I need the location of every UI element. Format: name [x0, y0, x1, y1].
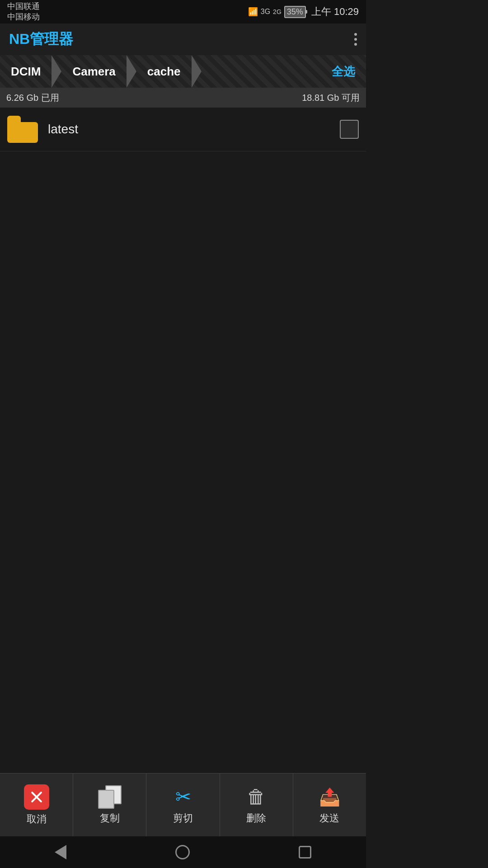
back-icon — [55, 845, 66, 859]
select-all-button[interactable]: 全选 — [321, 64, 366, 80]
folder-icon — [7, 116, 39, 143]
delete-button[interactable]: 🗑 删除 — [220, 774, 293, 836]
folder-body — [7, 122, 38, 143]
breadcrumb-cache[interactable]: cache — [136, 55, 202, 88]
dot2 — [354, 38, 357, 41]
dot1 — [354, 33, 357, 36]
breadcrumb-dcim[interactable]: DCIM — [0, 55, 61, 88]
storage-info-bar: 6.26 Gb 已用 18.81 Gb 可用 — [0, 88, 366, 108]
breadcrumb-camera[interactable]: Camera — [61, 55, 136, 88]
battery-indicator: 35% — [284, 6, 306, 18]
system-nav-bar — [0, 836, 366, 868]
signal2-icon: 2G — [273, 8, 282, 15]
copy-label: 复制 — [100, 811, 120, 825]
file-checkbox[interactable] — [340, 120, 359, 139]
home-button[interactable] — [175, 845, 190, 859]
cancel-icon — [24, 784, 49, 810]
signal-icon: 3G — [261, 8, 270, 16]
home-icon — [175, 845, 190, 859]
back-button[interactable] — [55, 845, 66, 859]
app-title: NB管理器 — [9, 29, 73, 49]
cut-button[interactable]: ✂ 剪切 — [146, 774, 220, 836]
cancel-button[interactable]: 取消 — [0, 774, 73, 836]
title-bar: NB管理器 — [0, 24, 366, 55]
file-list: latest — [0, 108, 366, 151]
wifi-icon: 📶 — [248, 7, 258, 17]
send-icon: 📤 — [318, 785, 341, 809]
arrow-dcim — [52, 55, 61, 88]
more-menu-button[interactable] — [354, 33, 357, 46]
cancel-label: 取消 — [27, 812, 47, 826]
file-name: latest — [48, 122, 340, 137]
time-display: 上午 10:29 — [311, 5, 359, 19]
arrow-camera — [127, 55, 136, 88]
breadcrumb-dcim-label[interactable]: DCIM — [0, 65, 52, 79]
dot3 — [354, 43, 357, 46]
recents-icon — [299, 846, 311, 859]
carrier-info: 中国联通 中国移动 — [7, 1, 40, 23]
storage-used: 6.26 Gb 已用 — [6, 92, 59, 104]
bottom-toolbar: 取消 复制 ✂ 剪切 🗑 删除 📤 发送 — [0, 773, 366, 836]
arrow-cache — [192, 55, 202, 88]
breadcrumb-cache-label[interactable]: cache — [136, 65, 192, 79]
send-button[interactable]: 📤 发送 — [293, 774, 366, 836]
status-icons: 📶 3G 2G 35% 上午 10:29 — [248, 5, 359, 19]
cut-icon: ✂ — [171, 785, 195, 809]
status-bar: 中国联通 中国移动 📶 3G 2G 35% 上午 10:29 — [0, 0, 366, 24]
storage-free: 18.81 Gb 可用 — [302, 92, 360, 104]
breadcrumb-bar: DCIM Camera cache 全选 — [0, 55, 366, 88]
recents-button[interactable] — [299, 846, 311, 859]
delete-label: 删除 — [246, 811, 266, 825]
carrier1: 中国联通 — [7, 1, 40, 12]
copy-button[interactable]: 复制 — [73, 774, 146, 836]
delete-icon: 🗑 — [244, 785, 268, 809]
carrier2: 中国移动 — [7, 12, 40, 22]
breadcrumb-camera-label[interactable]: Camera — [61, 65, 126, 79]
send-label: 发送 — [319, 811, 339, 825]
table-row[interactable]: latest — [0, 108, 366, 151]
cut-label: 剪切 — [173, 811, 193, 825]
copy-icon — [98, 785, 122, 809]
